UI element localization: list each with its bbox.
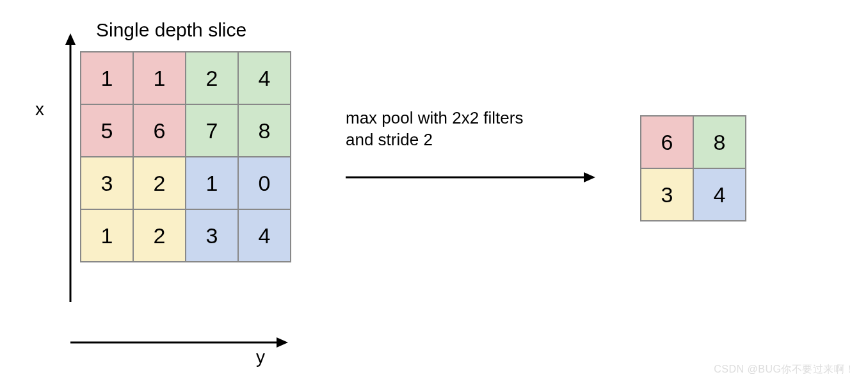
output-cell: 8: [693, 116, 746, 168]
input-cell: 5: [81, 104, 133, 157]
diagram-container: Single depth slice x 1124567832101234 y …: [0, 0, 868, 386]
y-axis-arrow-icon: [70, 333, 288, 352]
input-cell: 8: [238, 104, 291, 157]
diagram-title: Single depth slice: [96, 19, 246, 41]
svg-marker-1: [65, 33, 76, 45]
svg-marker-5: [584, 172, 595, 182]
input-cell: 2: [133, 157, 186, 209]
input-cell: 3: [81, 157, 133, 209]
input-cell: 2: [133, 209, 186, 262]
output-cell: 3: [641, 168, 693, 221]
input-cell: 2: [186, 52, 238, 104]
input-cell: 1: [186, 157, 238, 209]
input-cell: 6: [133, 104, 186, 157]
operation-arrow-icon: [346, 168, 595, 187]
input-cell: 7: [186, 104, 238, 157]
input-cell: 4: [238, 209, 291, 262]
input-cell: 3: [186, 209, 238, 262]
input-cell: 4: [238, 52, 291, 104]
x-axis-arrow-icon: [61, 33, 80, 302]
input-cell: 1: [81, 209, 133, 262]
y-axis-label: y: [256, 347, 265, 367]
operation-label: max pool with 2x2 filters and stride 2: [346, 108, 523, 151]
output-cell: 6: [641, 116, 693, 168]
input-cell: 1: [133, 52, 186, 104]
input-cell: 1: [81, 52, 133, 104]
input-cell: 0: [238, 157, 291, 209]
output-cell: 4: [693, 168, 746, 221]
svg-marker-3: [277, 337, 288, 348]
output-grid: 6834: [640, 115, 746, 221]
x-axis-label: x: [35, 99, 44, 120]
watermark-text: CSDN @BUG你不要过来啊！: [714, 363, 855, 376]
input-grid: 1124567832101234: [80, 51, 291, 262]
